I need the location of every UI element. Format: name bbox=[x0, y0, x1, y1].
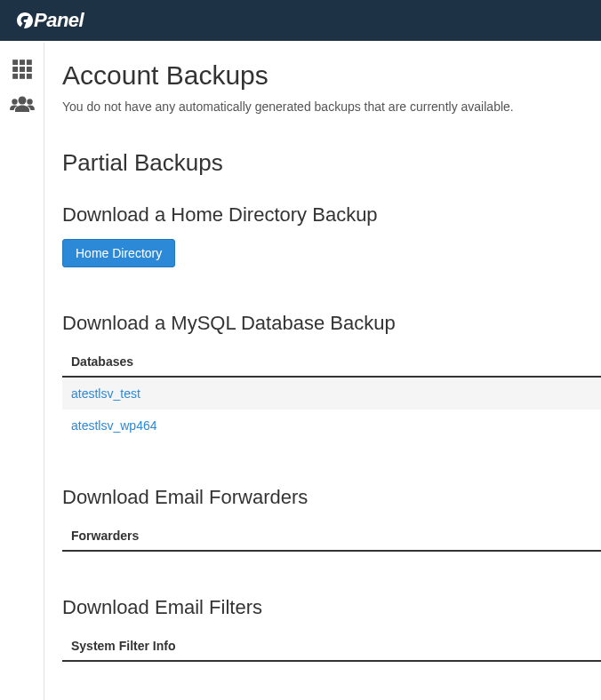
mysql-table-body: atestlsv_test atestlsv_wp464 bbox=[62, 378, 601, 441]
mysql-heading: Download a MySQL Database Backup bbox=[62, 312, 601, 335]
svg-rect-2 bbox=[26, 60, 31, 65]
mysql-table: Databases atestlsv_test atestlsv_wp464 bbox=[62, 347, 601, 441]
mysql-table-header: Databases bbox=[62, 347, 601, 378]
info-text: You do not have any automatically genera… bbox=[62, 99, 601, 114]
cpanel-logo-text: Panel bbox=[34, 9, 84, 32]
svg-point-9 bbox=[18, 97, 26, 105]
cpanel-logo-icon bbox=[14, 10, 36, 31]
top-header: Panel bbox=[0, 0, 601, 43]
table-row: atestlsv_test bbox=[62, 378, 601, 410]
forwarders-table-header: Forwarders bbox=[62, 521, 601, 552]
home-dir-section: Download a Home Directory Backup Home Di… bbox=[62, 203, 601, 267]
grid-icon bbox=[11, 58, 34, 81]
svg-rect-1 bbox=[20, 60, 25, 65]
mysql-section: Download a MySQL Database Backup Databas… bbox=[62, 312, 601, 441]
svg-rect-0 bbox=[12, 60, 18, 65]
main-content: Account Backups You do not have any auto… bbox=[44, 43, 601, 700]
home-directory-button[interactable]: Home Directory bbox=[62, 239, 175, 267]
filters-table-header: System Filter Info bbox=[62, 632, 601, 662]
home-dir-heading: Download a Home Directory Backup bbox=[62, 203, 601, 227]
svg-rect-5 bbox=[26, 67, 31, 72]
filters-section: Download Email Filters System Filter Inf… bbox=[62, 596, 601, 662]
forwarders-section: Download Email Forwarders Forwarders bbox=[62, 486, 601, 552]
db-link[interactable]: atestlsv_test bbox=[71, 386, 140, 401]
svg-rect-3 bbox=[12, 67, 18, 72]
svg-rect-6 bbox=[12, 74, 18, 79]
forwarders-table: Forwarders bbox=[62, 521, 601, 552]
sidebar-item-users[interactable] bbox=[0, 87, 44, 123]
page-title: Account Backups bbox=[62, 60, 601, 91]
svg-rect-4 bbox=[20, 67, 25, 72]
svg-rect-7 bbox=[20, 74, 25, 79]
svg-rect-8 bbox=[26, 74, 31, 79]
svg-point-11 bbox=[27, 99, 32, 104]
filters-table: System Filter Info bbox=[62, 632, 601, 662]
table-row: atestlsv_wp464 bbox=[62, 410, 601, 441]
partial-backups-heading: Partial Backups bbox=[62, 149, 601, 177]
cpanel-logo[interactable]: Panel bbox=[14, 9, 84, 32]
forwarders-heading: Download Email Forwarders bbox=[62, 486, 601, 509]
sidebar-item-apps[interactable] bbox=[0, 52, 44, 87]
users-icon bbox=[10, 95, 35, 115]
filters-heading: Download Email Filters bbox=[62, 596, 601, 619]
db-link[interactable]: atestlsv_wp464 bbox=[71, 418, 157, 433]
sidebar bbox=[0, 43, 44, 700]
svg-point-10 bbox=[12, 99, 17, 104]
